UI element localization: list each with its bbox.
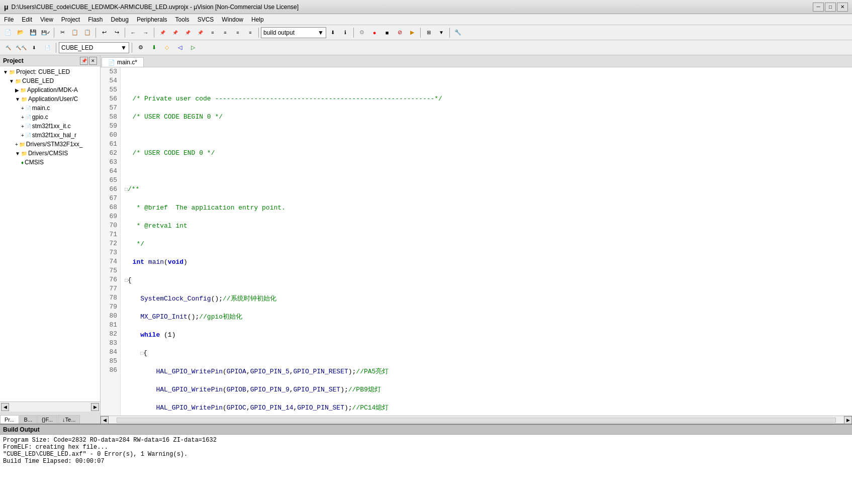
tree-main-c[interactable]: + 📄 main.c xyxy=(1,104,99,113)
tree-cube-led[interactable]: ▼ 📁 CUBE_LED xyxy=(1,76,99,85)
tree-app-mdk[interactable]: ▶ 📁 Application/MDK-A xyxy=(1,85,99,94)
tab-templates[interactable]: ↓Te... xyxy=(58,415,80,424)
tree-cmsis[interactable]: ♦ CMSIS xyxy=(1,158,99,167)
tree-gpio-c-label: gpio.c xyxy=(32,114,48,121)
sidebar-scroll-right[interactable]: ▶ xyxy=(91,403,99,411)
code-line-57: /* USER CODE END 0 */ xyxy=(125,149,848,158)
tb2-run-button[interactable]: ▷ xyxy=(187,42,199,54)
build-info-button[interactable]: ℹ xyxy=(339,27,351,39)
tab-books[interactable]: B... xyxy=(20,415,37,424)
tree-gpio-c[interactable]: + 📄 gpio.c xyxy=(1,113,99,122)
hscroll-left[interactable]: ◀ xyxy=(101,416,109,424)
tb2-rebuild-button[interactable]: 🔨🔨 xyxy=(15,42,27,54)
menu-edit[interactable]: Edit xyxy=(18,15,36,24)
menu-flash[interactable]: Flash xyxy=(84,15,107,24)
sidebar-close-button[interactable]: ✕ xyxy=(89,57,97,65)
debug-stop-button[interactable]: ■ xyxy=(381,27,393,39)
debug-clear-button[interactable]: ⊘ xyxy=(394,27,406,39)
bookmark7-button[interactable]: ≡ xyxy=(232,27,244,39)
back-button[interactable]: ← xyxy=(127,27,139,39)
tools-button[interactable]: 🔧 xyxy=(452,27,464,39)
editor-area: 📄 main.c* 53 54 55 56 57 58 59 60 61 62 … xyxy=(101,55,852,424)
hscroll-track[interactable] xyxy=(117,418,836,423)
debug-run-button[interactable]: ▶ xyxy=(406,27,418,39)
copy-button[interactable]: 📋 xyxy=(69,27,81,39)
menu-window[interactable]: Window xyxy=(218,15,247,24)
tab-main-c[interactable]: 📄 main.c* xyxy=(102,57,144,67)
menu-file[interactable]: File xyxy=(0,15,18,24)
save-button[interactable]: 💾 xyxy=(27,27,39,39)
sidebar-pin-button[interactable]: 📌 xyxy=(80,57,88,65)
tree-app-user[interactable]: ▼ 📁 Application/User/C xyxy=(1,94,99,104)
code-scroll-area: 53 54 55 56 57 58 59 60 61 62 63 64 65 6… xyxy=(101,67,852,416)
tb2-load-button[interactable]: ⬇ xyxy=(28,42,40,54)
save-all-button[interactable]: 💾✓ xyxy=(40,27,52,39)
debug-red-button[interactable]: ● xyxy=(368,27,381,39)
bookmark8-button[interactable]: ≡ xyxy=(244,27,256,39)
bookmark4-button[interactable]: 📌 xyxy=(194,27,206,39)
project-selector[interactable]: CUBE_LED ▼ xyxy=(59,42,129,53)
tb2-btn4[interactable]: 📄 xyxy=(41,42,53,54)
tree-drivers-cmsis[interactable]: ▼ 📁 Drivers/CMSIS xyxy=(1,149,99,158)
project-name: CUBE_LED xyxy=(61,44,93,51)
tree-stm32-it[interactable]: + 📄 stm32f1xx_it.c xyxy=(1,122,99,131)
hscroll-right[interactable]: ▶ xyxy=(844,416,852,424)
tb2-build-button[interactable]: 🔨 xyxy=(2,42,14,54)
menu-peripherals[interactable]: Peripherals xyxy=(133,15,171,24)
tb2-settings-button[interactable]: ⚙ xyxy=(135,42,147,54)
code-content[interactable]: /* Private user code -------------------… xyxy=(121,67,852,416)
code-editor[interactable]: 53 54 55 56 57 58 59 60 61 62 63 64 65 6… xyxy=(101,67,852,416)
sidebar-tabs: Pr... B... {}F... ↓Te... xyxy=(0,412,100,424)
sidebar-scroll-left[interactable]: ◀ xyxy=(1,403,9,411)
code-line-62: */ xyxy=(125,240,848,249)
bookmark1-button[interactable]: 📌 xyxy=(156,27,168,39)
collapse-68[interactable]: □ xyxy=(140,351,143,356)
view-button[interactable]: ⊞ xyxy=(423,27,435,39)
new-file-button[interactable]: 📄 xyxy=(2,27,14,39)
menu-project[interactable]: Project xyxy=(57,15,84,24)
menu-view[interactable]: View xyxy=(36,15,57,24)
tb2-stop-button[interactable]: ◁ xyxy=(174,42,186,54)
bookmark5-button[interactable]: ≡ xyxy=(207,27,219,39)
undo-button[interactable]: ↩ xyxy=(98,27,110,39)
redo-button[interactable]: ↪ xyxy=(111,27,123,39)
menu-svcs[interactable]: SVCS xyxy=(194,15,218,24)
view2-button[interactable]: ▼ xyxy=(435,27,447,39)
tb2-download-button[interactable]: ⬇ xyxy=(148,42,160,54)
sep4 xyxy=(154,28,154,38)
tree-drivers-stm32[interactable]: + 📁 Drivers/STM32F1xx_ xyxy=(1,140,99,149)
tree-project[interactable]: ▼ 📁 Project: CUBE_LED xyxy=(1,67,99,76)
code-line-65: SystemClock_Config();//系统时钟初始化 xyxy=(125,294,848,304)
close-button[interactable]: ✕ xyxy=(837,3,848,12)
menu-help[interactable]: Help xyxy=(247,15,268,24)
code-line-68: □{ xyxy=(125,349,848,358)
line-numbers: 53 54 55 56 57 58 59 60 61 62 63 64 65 6… xyxy=(101,67,121,416)
bookmark6-button[interactable]: ≡ xyxy=(219,27,231,39)
tree-collapse-icon: ▼ xyxy=(3,69,8,75)
minimize-button[interactable]: ─ xyxy=(813,3,824,12)
menu-tools[interactable]: Tools xyxy=(171,15,194,24)
build-output-content[interactable]: Program Size: Code=2832 RO-data=284 RW-d… xyxy=(0,435,852,504)
bookmark3-button[interactable]: 📌 xyxy=(181,27,194,39)
build-output-selector[interactable]: build output ▼ xyxy=(261,27,326,38)
tb2-clean-button[interactable]: ◇ xyxy=(161,42,173,54)
bookmark2-button[interactable]: 📌 xyxy=(169,27,181,39)
open-button[interactable]: 📂 xyxy=(15,27,27,39)
code-line-70: HAL_GPIO_WritePin(GPIOB,GPIO_PIN_9,GPIO_… xyxy=(125,385,848,394)
build-output-panel: Build Output Program Size: Code=2832 RO-… xyxy=(0,424,852,504)
editor-hscroll[interactable]: ◀ ▶ xyxy=(101,416,852,424)
tab-project[interactable]: Pr... xyxy=(0,415,19,424)
settings-button[interactable]: ⚙ xyxy=(356,27,368,39)
code-line-60: * @brief The application entry point. xyxy=(125,204,848,213)
collapse-64[interactable]: □ xyxy=(125,278,128,283)
paste-button[interactable]: 📋 xyxy=(81,27,93,39)
build-load-button[interactable]: ⬇ xyxy=(327,27,339,39)
code-line-71: HAL_GPIO_WritePin(GPIOC,GPIO_PIN_14,GPIO… xyxy=(125,404,848,413)
tab-functions[interactable]: {}F... xyxy=(37,415,57,424)
maximize-button[interactable]: □ xyxy=(825,3,836,12)
tree-stm32-hal[interactable]: + 📄 stm32f1xx_hal_r xyxy=(1,131,99,140)
menu-debug[interactable]: Debug xyxy=(107,15,133,24)
sep7 xyxy=(420,28,421,38)
fwd-button[interactable]: → xyxy=(140,27,152,39)
cut-button[interactable]: ✂ xyxy=(56,27,68,39)
